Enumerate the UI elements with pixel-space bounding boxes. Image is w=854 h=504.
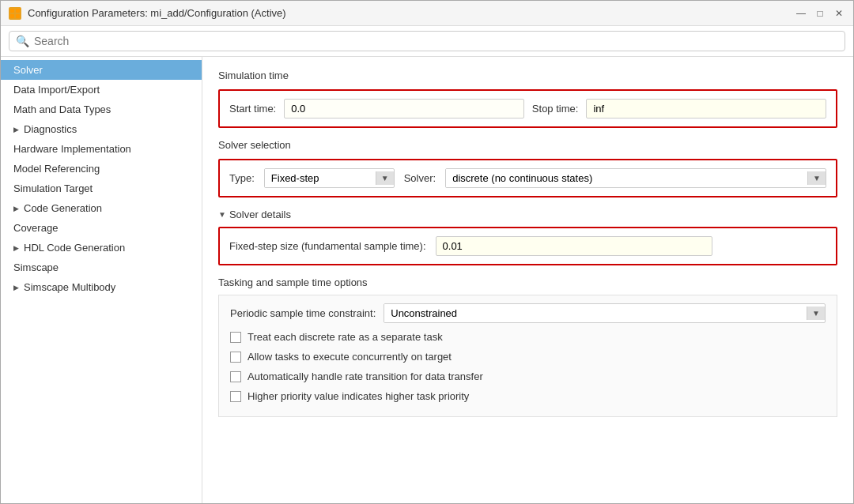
constraint-select[interactable]: Unconstrained Specified <box>384 304 807 322</box>
search-input[interactable] <box>34 35 838 47</box>
type-label: Type: <box>229 172 255 184</box>
solver-details-section: Fixed-step size (fundamental sample time… <box>218 227 837 265</box>
solver-label: Solver: <box>404 172 436 184</box>
stop-time-input[interactable] <box>586 99 826 118</box>
checkbox-row-1: Treat each discrete rate as a separate t… <box>230 329 826 344</box>
content-area: Simulation time Start time: Stop time: S… <box>202 57 853 503</box>
solver-select-arrow[interactable]: ▼ <box>807 171 826 185</box>
sidebar-item-hdl-code-generation[interactable]: HDL Code Generation <box>1 238 202 258</box>
sidebar-item-code-generation[interactable]: Code Generation <box>1 198 202 218</box>
start-time-label: Start time: <box>229 103 276 115</box>
solver-details-toggle[interactable]: ▼ Solver details <box>218 209 837 220</box>
checkbox-3[interactable] <box>230 371 241 382</box>
checkbox-label-3: Automatically handle rate transition for… <box>248 370 483 382</box>
close-button[interactable]: ✕ <box>833 7 845 20</box>
solver-details-label: Solver details <box>229 209 291 220</box>
constraint-select-wrap: Unconstrained Specified ▼ <box>384 303 826 323</box>
start-time-input[interactable] <box>284 99 524 118</box>
tasking-inner: Periodic sample time constraint: Unconst… <box>218 295 837 417</box>
main-content: Solver Data Import/Export Math and Data … <box>1 57 853 503</box>
fixed-step-label: Fixed-step size (fundamental sample time… <box>229 240 426 252</box>
simulation-time-row: Start time: Stop time: <box>229 99 826 118</box>
solver-select[interactable]: discrete (no continuous states) ode1 (Eu… <box>446 169 807 187</box>
triangle-down-icon: ▼ <box>218 210 226 219</box>
sidebar-item-coverage[interactable]: Coverage <box>1 218 202 238</box>
checkbox-label-2: Allow tasks to execute concurrently on t… <box>248 351 452 363</box>
sidebar-item-label: Hardware Implementation <box>13 143 131 155</box>
fixed-step-row: Fixed-step size (fundamental sample time… <box>229 236 826 256</box>
constraint-select-arrow[interactable]: ▼ <box>807 307 825 320</box>
solver-select-wrap: discrete (no continuous states) ode1 (Eu… <box>445 168 826 188</box>
sidebar-item-data-import-export[interactable]: Data Import/Export <box>1 80 202 100</box>
simulation-time-section: Start time: Stop time: <box>218 89 837 128</box>
titlebar-left: Configuration Parameters: mi_add/Configu… <box>9 7 286 20</box>
sidebar-item-label: Data Import/Export <box>13 84 100 96</box>
checkbox-1[interactable] <box>230 332 241 343</box>
checkbox-row-3: Automatically handle rate transition for… <box>230 369 826 384</box>
sidebar-item-label: Simulation Target <box>13 182 93 194</box>
sidebar-item-solver[interactable]: Solver <box>1 60 202 80</box>
window-title: Configuration Parameters: mi_add/Configu… <box>28 7 286 19</box>
checkbox-label-4: Higher priority value indicates higher t… <box>248 390 469 402</box>
window-controls: — □ ✕ <box>795 7 845 20</box>
app-icon <box>9 7 21 20</box>
constraint-row: Periodic sample time constraint: Unconst… <box>230 303 826 323</box>
sidebar-item-diagnostics[interactable]: Diagnostics <box>1 119 202 139</box>
checkbox-4[interactable] <box>230 391 241 402</box>
sidebar-item-label: Simscape <box>13 261 59 273</box>
sidebar-item-label: Diagnostics <box>24 123 77 135</box>
checkbox-2[interactable] <box>230 352 241 363</box>
type-select[interactable]: Fixed-step Variable-step <box>265 169 376 187</box>
search-bar: 🔍 <box>1 26 853 57</box>
solver-selection-row: Type: Fixed-step Variable-step ▼ Solver:… <box>229 168 826 188</box>
checkbox-label-1: Treat each discrete rate as a separate t… <box>248 331 443 343</box>
checkbox-row-4: Higher priority value indicates higher t… <box>230 389 826 404</box>
tasking-section: Tasking and sample time options Periodic… <box>218 276 837 417</box>
periodic-constraint-label: Periodic sample time constraint: <box>230 307 376 319</box>
fixed-step-input[interactable] <box>436 236 712 256</box>
main-window: Configuration Parameters: mi_add/Configu… <box>0 0 854 504</box>
search-input-wrap: 🔍 <box>9 31 845 51</box>
search-icon: 🔍 <box>16 35 29 47</box>
sidebar-item-label: Solver <box>13 64 43 76</box>
sidebar-item-label: Code Generation <box>24 202 102 214</box>
svg-rect-3 <box>16 14 20 18</box>
solver-selection-title: Solver selection <box>218 139 837 151</box>
minimize-button[interactable]: — <box>795 7 807 20</box>
tasking-title: Tasking and sample time options <box>218 276 837 288</box>
sidebar-item-label: HDL Code Generation <box>24 242 125 254</box>
sidebar-item-label: Model Referencing <box>13 163 100 175</box>
stop-time-label: Stop time: <box>532 103 579 115</box>
type-select-wrap: Fixed-step Variable-step ▼ <box>264 168 395 188</box>
svg-rect-2 <box>10 14 14 18</box>
sidebar-item-hardware-implementation[interactable]: Hardware Implementation <box>1 139 202 159</box>
type-select-arrow[interactable]: ▼ <box>376 171 394 185</box>
sidebar-item-math-data-types[interactable]: Math and Data Types <box>1 100 202 119</box>
maximize-button[interactable]: □ <box>814 7 826 20</box>
svg-rect-0 <box>10 9 14 13</box>
sidebar-item-label: Coverage <box>13 222 58 234</box>
sidebar-item-simulation-target[interactable]: Simulation Target <box>1 179 202 198</box>
sidebar-item-label: Simscape Multibody <box>24 281 115 293</box>
solver-selection-section: Type: Fixed-step Variable-step ▼ Solver:… <box>218 159 837 197</box>
sidebar-item-label: Math and Data Types <box>13 103 111 115</box>
svg-rect-1 <box>16 9 20 13</box>
checkbox-row-2: Allow tasks to execute concurrently on t… <box>230 349 826 364</box>
titlebar: Configuration Parameters: mi_add/Configu… <box>1 1 853 26</box>
sidebar-item-simscape[interactable]: Simscape <box>1 258 202 277</box>
simulation-time-title: Simulation time <box>218 70 837 81</box>
sidebar-item-model-referencing[interactable]: Model Referencing <box>1 159 202 179</box>
sidebar-item-simscape-multibody[interactable]: Simscape Multibody <box>1 277 202 297</box>
sidebar: Solver Data Import/Export Math and Data … <box>1 57 202 503</box>
